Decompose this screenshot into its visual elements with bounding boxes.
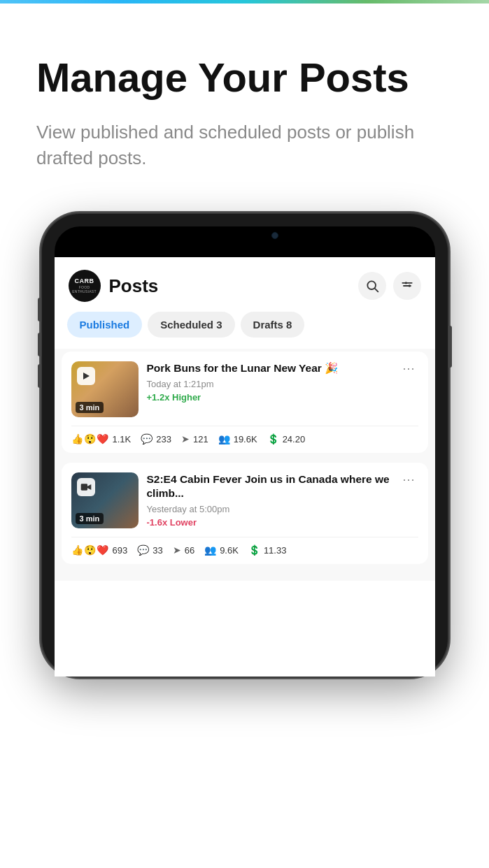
comment-icon: 💬 xyxy=(141,433,153,444)
post-time-1: Today at 1:21pm xyxy=(147,379,392,389)
reaction-icons-2: 👍 😲 ❤️ xyxy=(71,544,109,556)
app-header: CARB FOOD ENTHUSIAST Posts xyxy=(55,257,435,312)
hero-subtitle: View published and scheduled posts or pu… xyxy=(36,120,453,172)
share-icon: ➤ xyxy=(181,433,190,444)
page-title: Posts xyxy=(109,275,358,297)
video-camera-icon xyxy=(80,482,92,492)
notch xyxy=(196,226,294,245)
header-icons xyxy=(358,272,421,300)
post-performance-2: -1.6x Lower xyxy=(147,517,392,528)
svg-line-1 xyxy=(375,289,378,291)
post-info-2: S2:E4 Cabin Fever Join us in Canada wher… xyxy=(147,472,392,528)
svg-point-5 xyxy=(408,284,410,287)
comments-stat-1: 💬 233 xyxy=(141,433,171,444)
tab-scheduled[interactable]: Scheduled 3 xyxy=(148,312,234,338)
more-options-2[interactable]: ··· xyxy=(399,472,418,487)
post-performance-1: +1.2x Higher xyxy=(147,392,392,403)
reach-stat-1: 👥 19.6K xyxy=(218,433,257,444)
phone-frame: CARB FOOD ENTHUSIAST Posts xyxy=(42,214,448,677)
svg-point-4 xyxy=(404,282,406,284)
phone-notch-area xyxy=(55,226,435,257)
phone-screen: CARB FOOD ENTHUSIAST Posts xyxy=(55,257,435,677)
post-stats-1: 👍 😲 ❤️ 1.1K 💬 233 ➤ 121 xyxy=(71,426,418,453)
carb-logo-content: CARB FOOD ENTHUSIAST xyxy=(69,278,101,294)
svg-marker-7 xyxy=(87,484,91,490)
wow-emoji: 😲 xyxy=(84,433,96,444)
post-title-2: S2:E4 Cabin Fever Join us in Canada wher… xyxy=(147,472,392,500)
money-stat-1: 💲 24.20 xyxy=(267,433,306,444)
post-title-1: Pork Buns for the Lunar New Year 🎉 xyxy=(147,361,392,375)
tab-published[interactable]: Published xyxy=(67,312,143,338)
money-stat-2: 💲 11.33 xyxy=(248,544,287,556)
search-icon xyxy=(365,279,379,293)
post-thumbnail-2: 3 min xyxy=(71,472,139,528)
carb-logo: CARB FOOD ENTHUSIAST xyxy=(69,270,101,302)
post-card-1: 3 min Pork Buns for the Lunar New Year 🎉… xyxy=(62,352,428,453)
notch-camera xyxy=(271,232,278,239)
post-stats-2: 👍 😲 ❤️ 693 💬 33 ➤ 66 xyxy=(71,537,418,564)
post-info-1: Pork Buns for the Lunar New Year 🎉 Today… xyxy=(147,361,392,403)
comment-icon-2: 💬 xyxy=(137,544,149,556)
tab-drafts[interactable]: Drafts 8 xyxy=(241,312,305,338)
post-thumbnail-1: 3 min xyxy=(71,361,139,417)
reach-stat-2: 👥 9.6K xyxy=(204,544,239,556)
heart-emoji-2: ❤️ xyxy=(97,544,108,556)
thumbs-up-emoji: 👍 xyxy=(71,433,83,444)
thumbs-up-emoji-2: 👍 xyxy=(71,544,83,556)
post-card-2: 3 min S2:E4 Cabin Fever Join us in Canad… xyxy=(62,463,428,564)
video-icon-badge xyxy=(77,478,95,496)
svg-point-0 xyxy=(367,281,376,289)
heart-emoji: ❤️ xyxy=(97,433,108,444)
tabs-bar: Published Scheduled 3 Drafts 8 xyxy=(55,312,435,349)
post-time-2: Yesterday at 5:00pm xyxy=(147,504,392,514)
shares-stat-1: ➤ 121 xyxy=(181,433,208,444)
play-button-1[interactable] xyxy=(77,367,95,385)
filter-button[interactable] xyxy=(393,272,421,300)
reaction-icons-1: 👍 😲 ❤️ xyxy=(71,433,109,444)
shares-stat-2: ➤ 66 xyxy=(173,544,194,556)
phone-mockup: CARB FOOD ENTHUSIAST Posts xyxy=(0,200,489,677)
hero-title: Manage Your Posts xyxy=(36,56,453,100)
people-icon-2: 👥 xyxy=(204,544,216,556)
reactions-stat-1: 👍 😲 ❤️ 1.1K xyxy=(71,433,132,444)
comments-stat-2: 💬 33 xyxy=(137,544,162,556)
play-triangle-icon xyxy=(83,372,90,379)
more-options-1[interactable]: ··· xyxy=(399,361,418,376)
dollar-icon: 💲 xyxy=(267,433,279,444)
share-icon-2: ➤ xyxy=(173,544,181,556)
post-main-1: 3 min Pork Buns for the Lunar New Year 🎉… xyxy=(71,361,418,417)
search-button[interactable] xyxy=(358,272,386,300)
wow-emoji-2: 😲 xyxy=(84,544,96,556)
post-main-2: 3 min S2:E4 Cabin Fever Join us in Canad… xyxy=(71,472,418,528)
top-gradient-bar xyxy=(0,0,489,3)
people-icon: 👥 xyxy=(218,433,230,444)
post-list: 3 min Pork Buns for the Lunar New Year 🎉… xyxy=(55,349,435,581)
duration-badge-2: 3 min xyxy=(76,513,104,524)
dollar-icon-2: 💲 xyxy=(248,544,260,556)
reactions-stat-2: 👍 😲 ❤️ 693 xyxy=(71,544,128,556)
filter-icon xyxy=(400,279,414,293)
svg-rect-6 xyxy=(80,484,87,490)
hero-section: Manage Your Posts View published and sch… xyxy=(0,0,489,200)
duration-badge-1: 3 min xyxy=(76,402,104,413)
